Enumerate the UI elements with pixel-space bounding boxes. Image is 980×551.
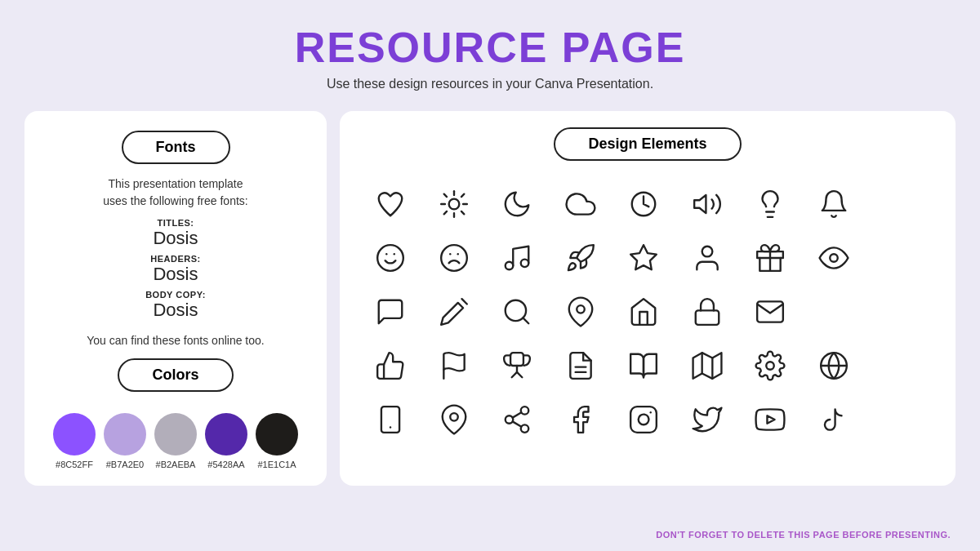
color-circle-3 — [154, 413, 197, 455]
icon-smile — [363, 233, 418, 283]
svg-line-28 — [523, 318, 528, 323]
icon-empty-6 — [869, 394, 924, 445]
svg-line-26 — [461, 299, 466, 304]
svg-marker-10 — [694, 195, 706, 213]
color-circle-1 — [53, 413, 96, 455]
svg-rect-33 — [510, 353, 523, 366]
svg-line-8 — [461, 194, 464, 197]
icon-thumbsup — [363, 340, 418, 391]
icon-book — [616, 340, 671, 391]
color-circle-5 — [256, 413, 298, 455]
color-swatch-5: #1E1C1A — [256, 413, 298, 469]
footer-note: DON'T FORGET TO DELETE THIS PAGE BEFORE … — [656, 530, 951, 540]
svg-point-45 — [521, 407, 529, 415]
icon-globe — [806, 340, 862, 391]
icon-document — [553, 340, 608, 391]
design-elements-label: Design Elements — [554, 127, 741, 161]
svg-rect-42 — [381, 407, 399, 433]
svg-marker-21 — [630, 245, 657, 269]
svg-line-5 — [443, 194, 446, 197]
icon-chat — [363, 287, 418, 337]
font-titles: TITLES: Dosis — [153, 218, 198, 249]
svg-line-49 — [513, 412, 522, 417]
icon-pin — [553, 287, 608, 337]
fonts-note: You can find these fonts online too. — [87, 334, 264, 347]
svg-line-6 — [461, 211, 464, 214]
color-circle-4 — [205, 413, 247, 455]
icon-instagram — [616, 394, 671, 445]
icon-heart — [363, 179, 418, 229]
font-headers-name: Dosis — [150, 264, 200, 285]
font-titles-label: TITLES: — [153, 218, 198, 228]
svg-point-39 — [767, 362, 775, 370]
icon-eye — [806, 233, 862, 283]
color-hex-4: #5428AA — [207, 460, 244, 469]
font-headers: HEADERS: Dosis — [150, 254, 200, 285]
color-swatch-1: #8C52FF — [53, 413, 96, 469]
icon-share — [489, 394, 545, 445]
icon-sun — [426, 179, 482, 229]
icon-pencil — [426, 287, 482, 337]
font-headers-label: HEADERS: — [150, 254, 200, 264]
color-swatch-3: #B2AEBA — [154, 413, 197, 469]
icon-rocket — [553, 233, 608, 283]
icon-search — [489, 287, 545, 337]
icon-location — [426, 394, 482, 445]
svg-point-16 — [441, 245, 467, 271]
icon-map — [679, 340, 735, 391]
color-hex-5: #1E1C1A — [257, 460, 296, 469]
icon-lightbulb — [742, 179, 798, 229]
icon-empty-2 — [869, 233, 924, 283]
icons-grid — [363, 179, 933, 445]
font-body: BODY COPY: Dosis — [145, 290, 206, 321]
icon-flag — [426, 340, 482, 391]
color-circle-2 — [104, 413, 146, 455]
svg-point-22 — [702, 247, 712, 257]
icon-empty-1 — [869, 179, 924, 229]
svg-point-44 — [450, 413, 458, 420]
icon-youtube — [742, 394, 798, 445]
main-container: Fonts This presentation templateuses the… — [24, 111, 956, 486]
color-swatch-4: #5428AA — [205, 413, 247, 469]
fonts-desc: This presentation templateuses the follo… — [103, 176, 247, 210]
icon-gift — [742, 233, 798, 283]
font-body-label: BODY COPY: — [145, 290, 206, 300]
color-swatch-2: #B7A2E0 — [104, 413, 146, 469]
page-header: RESOURCE PAGE Use these design resources… — [295, 23, 686, 91]
icon-trophy — [489, 340, 545, 391]
icon-tiktok — [806, 394, 862, 445]
svg-point-20 — [521, 260, 529, 268]
icon-facebook — [553, 394, 608, 445]
svg-point-46 — [506, 415, 514, 424]
colors-label: Colors — [118, 358, 233, 392]
icon-megaphone — [679, 179, 735, 229]
color-hex-2: #B7A2E0 — [106, 460, 144, 469]
icon-mail — [742, 287, 798, 337]
svg-rect-50 — [630, 407, 657, 433]
right-panel: Design Elements — [340, 111, 956, 486]
icon-home — [616, 287, 671, 337]
fonts-label: Fonts — [122, 131, 230, 164]
icon-empty-4 — [869, 287, 924, 337]
font-titles-name: Dosis — [153, 228, 198, 249]
icon-user — [679, 233, 735, 283]
icon-bell — [806, 179, 862, 229]
font-body-name: Dosis — [145, 300, 206, 321]
svg-point-25 — [830, 254, 838, 262]
icon-settings — [742, 340, 798, 391]
svg-line-7 — [443, 211, 446, 214]
svg-point-19 — [506, 262, 514, 270]
left-panel: Fonts This presentation templateuses the… — [24, 111, 327, 486]
svg-line-48 — [513, 421, 522, 426]
icon-frown — [426, 233, 482, 283]
icon-music — [489, 233, 545, 283]
icon-star — [616, 233, 671, 283]
icon-phone — [363, 394, 418, 445]
icon-clock — [616, 179, 671, 229]
svg-marker-36 — [693, 353, 721, 379]
svg-point-47 — [521, 424, 529, 433]
svg-marker-52 — [768, 415, 775, 424]
svg-point-13 — [377, 245, 403, 271]
color-hex-1: #8C52FF — [56, 460, 93, 469]
icon-twitter — [679, 394, 735, 445]
